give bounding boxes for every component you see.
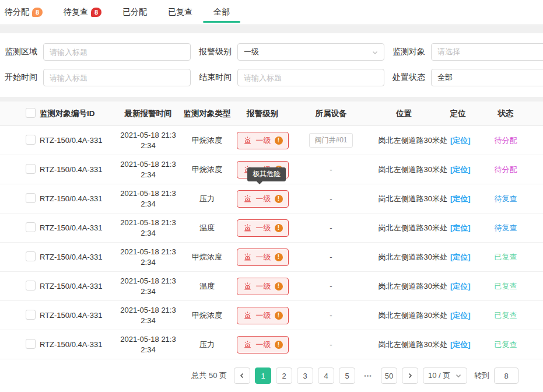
locate-link[interactable]: [定位] — [450, 340, 471, 349]
tab-count-badge: 8 — [32, 8, 43, 17]
locate-link[interactable]: [定位] — [450, 194, 471, 203]
monitor-type: 压力 — [181, 194, 233, 204]
row-checkbox[interactable] — [26, 164, 36, 174]
alarm-level-badge[interactable]: 一级 ! — [237, 307, 289, 324]
alarm-level-text: 一级 — [256, 340, 271, 350]
row-checkbox[interactable] — [26, 281, 36, 290]
location-text: 岗北左侧道路30米处 — [378, 311, 447, 320]
page-button-1[interactable]: 1 — [255, 368, 271, 384]
chevron-down-icon — [455, 372, 462, 379]
page-button-5[interactable]: 5 — [339, 368, 355, 384]
device-tag: 阀门井#01 — [309, 133, 352, 148]
end-time-input[interactable] — [237, 69, 384, 86]
page-button-4[interactable]: 4 — [318, 368, 334, 384]
tab-label: 全部 — [213, 7, 230, 18]
col-alarm-level: 报警级别 — [233, 108, 292, 119]
row-checkbox[interactable] — [26, 135, 36, 145]
locate-link[interactable]: [定位] — [450, 282, 471, 290]
monitor-id: RTZ-150/0.4A-331 — [40, 223, 115, 232]
row-checkbox[interactable] — [26, 193, 36, 203]
section-separator — [0, 97, 543, 102]
page-ellipsis[interactable]: ••• — [360, 368, 376, 384]
alarm-level-badge[interactable]: 一级 ! — [237, 249, 289, 266]
tab-pending-recheck[interactable]: 待复查 8 — [64, 0, 101, 24]
alarm-level-badge[interactable]: 一级 ! — [237, 336, 289, 354]
locate-link[interactable]: [定位] — [450, 311, 471, 320]
page-button-50[interactable]: 50 — [381, 368, 397, 384]
locate-link[interactable]: [定位] — [450, 223, 471, 232]
monitor-object-label: 监测对象 — [393, 47, 426, 57]
tab-label: 待复查 — [64, 7, 88, 18]
row-checkbox[interactable] — [26, 310, 36, 320]
page-button-2[interactable]: 2 — [276, 368, 292, 384]
locate-link[interactable]: [定位] — [450, 136, 471, 145]
monitor-type: 甲烷浓度 — [181, 310, 233, 321]
tab-pending-assign[interactable]: 待分配 8 — [5, 0, 43, 24]
tab-assigned[interactable]: 已分配 — [122, 0, 147, 24]
handle-status-select[interactable]: 全部 — [431, 69, 543, 86]
chevron-down-icon — [372, 49, 379, 58]
page-button-3[interactable]: 3 — [297, 368, 313, 384]
col-locate: 定位 — [437, 108, 478, 119]
alarm-level-value: 一级 — [244, 47, 378, 57]
alarm-siren-icon — [243, 281, 253, 291]
select-all-checkbox[interactable] — [26, 108, 36, 118]
chevron-left-icon — [239, 372, 246, 379]
location-text: 岗北左侧道路30米处 — [378, 253, 447, 261]
row-checkbox[interactable] — [26, 339, 36, 349]
col-device: 所属设备 — [292, 108, 370, 119]
monitor-area-input[interactable] — [43, 43, 191, 61]
status-badge: 已复查 — [495, 311, 517, 320]
status-badge: 已复查 — [495, 340, 517, 349]
alarm-siren-icon — [243, 223, 253, 233]
warning-icon: ! — [275, 282, 283, 290]
tab-all[interactable]: 全部 — [213, 0, 230, 24]
alarm-level-badge[interactable]: 一级 ! — [237, 132, 289, 149]
end-time-label: 结束时间 — [199, 72, 233, 83]
row-checkbox[interactable] — [26, 251, 36, 261]
warning-icon: ! — [275, 312, 283, 320]
alarm-level-text: 一级 — [256, 281, 271, 292]
table-header: 监测对象编号ID 最新报警时间 监测对象类型 报警级别 所属设备 位置 定位 状… — [0, 102, 543, 126]
monitor-id: RTZ-150/0.4A-331 — [40, 136, 115, 145]
next-page-button[interactable] — [402, 368, 418, 384]
start-time-label: 开始时间 — [5, 72, 38, 83]
locate-link[interactable]: [定位] — [450, 165, 471, 174]
table-row: RTZ-150/0.4A-331 2021-05-18 21:32:34 温度 … — [0, 272, 543, 301]
table-row: RTZ-150/0.4A-331 2021-05-18 21:32:34 压力 … — [0, 330, 543, 359]
location-text: 岗北左侧道路30米处 — [378, 194, 447, 203]
monitor-id: RTZ-150/0.4A-331 — [40, 253, 115, 261]
warning-icon: ! — [275, 341, 283, 349]
pagination: 总共 50 页 1 2 3 4 5 ••• 50 10 / 页 转到 — [0, 368, 543, 384]
row-checkbox[interactable] — [26, 222, 36, 232]
locate-link[interactable]: [定位] — [450, 253, 471, 261]
col-status: 状态 — [478, 108, 533, 119]
monitor-id: RTZ-150/0.4A-331 — [40, 340, 115, 349]
warning-icon: ! — [275, 195, 283, 203]
status-badge: 待复查 — [495, 223, 517, 232]
table-row: RTZ-150/0.4A-331 2021-05-18 21:32:34 甲烷浓… — [0, 243, 543, 272]
alarm-siren-icon — [243, 252, 253, 262]
status-badge: 已复查 — [495, 282, 517, 290]
jump-to-input[interactable] — [494, 368, 519, 384]
monitor-object-select[interactable]: 请选择 — [431, 43, 543, 61]
alarm-level-badge[interactable]: 一级 ! — [237, 190, 289, 208]
page-size-select[interactable]: 10 / 页 — [423, 368, 467, 384]
jump-to-label: 转到 — [474, 370, 489, 381]
device-empty: - — [292, 311, 370, 320]
alarm-time: 2021-05-18 21:32:34 — [115, 305, 181, 326]
alarm-level-badge[interactable]: 一级 ! — [237, 278, 289, 295]
start-time-input[interactable] — [43, 69, 191, 86]
prev-page-button[interactable] — [234, 368, 250, 384]
col-alarm-time: 最新报警时间 — [115, 108, 181, 119]
tab-rechecked[interactable]: 已复查 — [168, 0, 192, 24]
monitor-id: RTZ-150/0.4A-331 — [40, 282, 115, 290]
alarm-level-select[interactable]: 一级 — [237, 43, 384, 61]
monitor-id: RTZ-150/0.4A-331 — [40, 165, 115, 174]
device-empty: - — [292, 223, 370, 232]
col-monitor-type: 监测对象类型 — [181, 108, 233, 119]
status-badge: 待分配 — [495, 136, 517, 145]
alarm-time: 2021-05-18 21:32:34 — [115, 334, 181, 355]
alarm-level-badge[interactable]: 一级 ! — [237, 219, 289, 237]
table-row: RTZ-150/0.4A-331 2021-05-18 21:32:34 温度 … — [0, 214, 543, 243]
